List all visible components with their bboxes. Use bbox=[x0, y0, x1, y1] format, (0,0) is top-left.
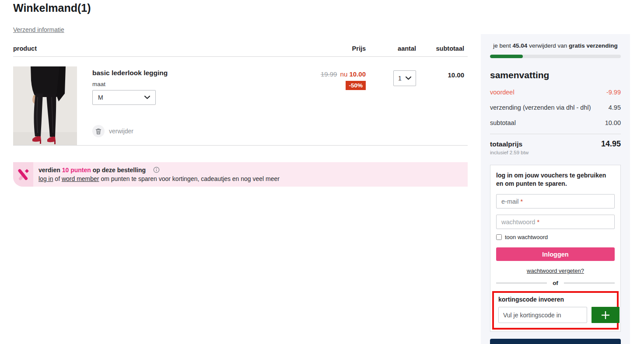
page-title: Winkelmand(1) bbox=[13, 2, 468, 14]
summary-row-verzending: verzending (verzenden via dhl - dhl) 4.9… bbox=[490, 104, 621, 111]
header-product: product bbox=[13, 45, 92, 52]
email-field[interactable]: e-mail * bbox=[496, 194, 615, 208]
header-price: Prijs bbox=[302, 45, 366, 52]
free-shipping-message: je bent 45.04 verwijderd van gratis verz… bbox=[490, 42, 621, 49]
show-password-row: toon wachtwoord bbox=[496, 234, 615, 240]
cart-table-header: product Prijs aantal subtotaal bbox=[13, 45, 468, 56]
apply-discount-button[interactable] bbox=[592, 307, 620, 323]
legging-product-photo bbox=[13, 66, 77, 145]
points-line2: log in of word member om punten te spare… bbox=[38, 174, 280, 183]
now-label: nu bbox=[340, 70, 348, 78]
freeship-amount: 45.04 bbox=[513, 42, 528, 49]
shipping-info-link[interactable]: Verzend informatie bbox=[13, 26, 64, 33]
email-placeholder: e-mail bbox=[501, 198, 518, 205]
login-heading: log in om jouw vouchers te gebruiken en … bbox=[496, 171, 615, 188]
old-price: 19.99 bbox=[321, 70, 337, 78]
show-password-label: toon wachtwoord bbox=[505, 234, 548, 240]
points-line1: verdien 10 punten op deze bestelling bbox=[38, 166, 280, 174]
free-shipping-progress-fill bbox=[490, 55, 523, 58]
product-subtotal: 10.00 bbox=[416, 66, 464, 145]
summary-value: 10.00 bbox=[605, 119, 621, 126]
summary-label: voordeel bbox=[490, 89, 514, 96]
current-price: 10.00 bbox=[349, 70, 366, 78]
summary-divider bbox=[490, 134, 621, 134]
plus-icon bbox=[600, 310, 611, 320]
earn-suffix: op deze bestelling bbox=[91, 167, 146, 174]
cart-main: Winkelmand(1) Verzend informatie product… bbox=[0, 0, 468, 187]
table-row-divider bbox=[13, 145, 468, 146]
login-button[interactable]: Inloggen bbox=[496, 247, 615, 261]
summary-label: verzending (verzenden via dhl - dhl) bbox=[490, 104, 591, 111]
product-image bbox=[13, 66, 77, 145]
or-divider-label: of bbox=[553, 280, 558, 286]
login-box: log in om jouw vouchers te gebruiken en … bbox=[490, 165, 621, 332]
summary-label: subtotaal bbox=[490, 119, 516, 126]
remove-item-label: verwijder bbox=[109, 128, 133, 135]
quantity-select[interactable]: 1 bbox=[393, 70, 416, 86]
quantity-select-value: 1 bbox=[398, 75, 402, 82]
total-row: totaalprijs 14.95 bbox=[490, 139, 621, 149]
info-icon[interactable] bbox=[153, 167, 160, 173]
checkout-button[interactable]: Ga door naar afrekenen bbox=[490, 339, 621, 344]
points-banner: verdien 10 punten op deze bestelling log… bbox=[13, 162, 468, 187]
banner-connector: of bbox=[53, 175, 61, 182]
summary-title: samenvatting bbox=[490, 70, 621, 80]
product-details: basic lederlook legging maat M verwijder bbox=[92, 66, 302, 145]
banner-member-link[interactable]: word member bbox=[62, 175, 99, 182]
chevron-down-icon bbox=[406, 76, 411, 80]
product-price-cell: 19.99 nu 10.00 -50% bbox=[302, 66, 366, 145]
discount-badge: -50% bbox=[346, 81, 366, 90]
summary-row-voordeel: voordeel -9.99 bbox=[490, 89, 621, 96]
show-password-checkbox[interactable] bbox=[496, 234, 502, 240]
remove-item-button[interactable]: verwijder bbox=[92, 125, 302, 137]
cart-page: Winkelmand(1) Verzend informatie product… bbox=[0, 0, 644, 344]
summary-value: 4.95 bbox=[609, 104, 621, 111]
product-name: basic lederlook legging bbox=[92, 69, 302, 77]
freeship-highlight: gratis verzending bbox=[569, 42, 618, 49]
header-subtotal: subtotaal bbox=[416, 45, 464, 52]
size-select[interactable]: M bbox=[92, 90, 156, 105]
member-logo-icon bbox=[13, 162, 33, 187]
total-label: totaalprijs bbox=[490, 140, 522, 148]
points-banner-text: verdien 10 punten op deze bestelling log… bbox=[33, 162, 280, 187]
total-value: 14.95 bbox=[601, 139, 621, 149]
required-mark: * bbox=[537, 219, 539, 226]
trash-icon bbox=[92, 125, 105, 137]
banner-login-link[interactable]: log in bbox=[38, 175, 53, 182]
discount-code-heading: kortingscode invoeren bbox=[498, 296, 612, 303]
size-label: maat bbox=[92, 81, 302, 87]
freeship-prefix: je bent bbox=[493, 42, 512, 49]
summary-value: -9.99 bbox=[606, 89, 621, 96]
earn-prefix: verdien bbox=[38, 167, 62, 174]
summary-row-subtotaal: subtotaal 10.00 bbox=[490, 119, 621, 126]
discount-code-input[interactable] bbox=[498, 307, 587, 323]
cart-item-row: basic lederlook legging maat M verwijder bbox=[13, 57, 468, 145]
forgot-password-link[interactable]: wachtwoord vergeten? bbox=[496, 268, 615, 274]
vat-note: inclusief 2.59 btw bbox=[490, 150, 621, 155]
product-quantity-cell: 1 bbox=[366, 66, 416, 145]
summary-sidebar: je bent 45.04 verwijderd van gratis verz… bbox=[481, 34, 630, 344]
freeship-middle: verwijderd van bbox=[527, 42, 569, 49]
or-divider: of bbox=[496, 280, 615, 286]
free-shipping-progress bbox=[490, 55, 621, 58]
password-placeholder: wachtwoord bbox=[501, 219, 535, 226]
password-field[interactable]: wachtwoord * bbox=[496, 215, 615, 229]
required-mark: * bbox=[520, 198, 523, 205]
header-quantity: aantal bbox=[366, 45, 416, 52]
discount-code-section: kortingscode invoeren bbox=[492, 291, 619, 330]
points-highlight: 10 punten bbox=[62, 167, 91, 174]
size-select-value: M bbox=[98, 94, 103, 101]
chevron-down-icon bbox=[144, 96, 150, 99]
banner-line2-suffix: om punten te sparen voor kortingen, cade… bbox=[99, 175, 280, 182]
